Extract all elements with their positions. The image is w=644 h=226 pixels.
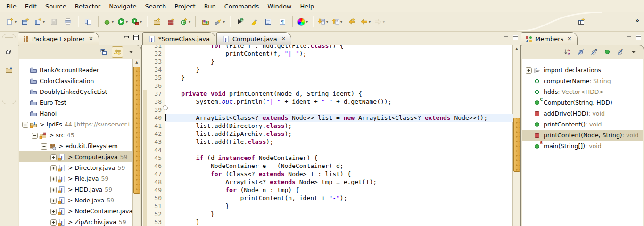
back-button[interactable]: ▾ (359, 16, 372, 28)
expand-icon[interactable] (50, 154, 56, 160)
menu-run[interactable]: Run (200, 1, 220, 12)
member-item[interactable]: Smain(String[]) : void (522, 141, 643, 151)
menu-search[interactable]: Search (141, 1, 171, 12)
tree-item[interactable]: BankAccountReader (19, 65, 133, 75)
restore-views-icon[interactable] (5, 48, 13, 56)
new-window-wizard-button[interactable] (19, 16, 32, 28)
view-menu-button[interactable] (628, 47, 639, 57)
hide-fields-button[interactable] (576, 47, 586, 57)
import-folder-icon[interactable] (5, 66, 13, 74)
close-icon[interactable]: ✕ (281, 36, 286, 42)
editor-scrollbar[interactable]: ▲ (512, 45, 520, 226)
expand-icon[interactable] (50, 186, 56, 193)
run-external-button[interactable]: ▾ (131, 16, 143, 28)
dropdown-chevron-icon[interactable]: ▾ (15, 20, 17, 24)
forward-button[interactable]: ▾ (373, 16, 386, 28)
close-icon[interactable]: ✕ (89, 36, 93, 42)
dropdown-chevron-icon[interactable]: ▾ (112, 20, 114, 24)
minimize-icon[interactable] (626, 34, 632, 41)
member-item[interactable]: import declarations (522, 65, 643, 75)
tree-item[interactable]: Euro-Test (19, 97, 133, 108)
menu-navigate[interactable]: Navigate (105, 1, 140, 12)
tree-item[interactable]: J> NodeContainer.java59 (19, 206, 133, 217)
dropdown-chevron-icon[interactable]: ▾ (340, 20, 342, 24)
package-explorer-tab[interactable]: Package Explorer ✕ (18, 32, 99, 45)
maximize-icon[interactable] (636, 34, 642, 41)
dropdown-chevron-icon[interactable]: ▾ (140, 20, 142, 24)
expand-icon[interactable] (50, 219, 56, 225)
menu-window[interactable]: Window (263, 1, 296, 12)
dropdown-chevron-icon[interactable]: ▾ (223, 20, 225, 24)
prev-annotation-button[interactable]: ▾ (331, 16, 343, 28)
run-button[interactable]: ▾ (116, 16, 129, 28)
color-wheel-button[interactable]: ▾ (297, 16, 309, 28)
show-selected-element-button[interactable] (262, 16, 274, 28)
tree-item[interactable]: J> IpdFs44[https://svnserver.i (19, 119, 133, 130)
member-item[interactable]: hdds : Vector<HDD> (522, 86, 643, 97)
menu-file[interactable]: File (2, 1, 21, 12)
minimize-icon[interactable] (124, 34, 130, 41)
scroll-up-icon[interactable]: ▲ (513, 45, 520, 52)
new-wizard-button[interactable]: ▾ (5, 16, 17, 28)
dropdown-chevron-icon[interactable]: ▾ (369, 20, 371, 24)
expand-icon[interactable] (50, 208, 56, 214)
copy-docs-button[interactable] (82, 16, 94, 28)
debug-button[interactable]: ▾ (102, 16, 115, 28)
show-public-button[interactable] (602, 47, 612, 57)
collapse-icon[interactable] (41, 143, 47, 149)
toolbar-overflow-chevron[interactable]: » (635, 17, 639, 24)
dropdown-chevron-icon[interactable]: ▾ (383, 20, 385, 24)
mark-occurrences-button[interactable] (248, 16, 260, 28)
expand-icon[interactable] (50, 176, 56, 182)
dropdown-chevron-icon[interactable]: ▾ (126, 20, 128, 24)
view-menu-button[interactable] (126, 47, 136, 57)
scrollbar-thumb[interactable] (513, 118, 520, 172)
fast-view-handle[interactable] (5, 37, 13, 38)
minimize-icon[interactable] (503, 34, 509, 41)
expand-icon[interactable] (50, 197, 56, 203)
new-view-wizard-button[interactable]: ▾ (33, 16, 46, 28)
sort-button[interactable]: az (562, 47, 573, 57)
dropdown-chevron-icon[interactable]: ▾ (306, 20, 308, 24)
expand-icon[interactable] (525, 67, 531, 73)
open-perspective-button[interactable] (575, 16, 587, 28)
menu-source[interactable]: Source (41, 1, 71, 12)
close-icon[interactable]: ✕ (567, 36, 571, 42)
next-annotation-button[interactable]: ▾ (317, 16, 329, 28)
link-with-editor-button[interactable] (112, 46, 123, 58)
member-item[interactable]: printContent(Node, String) : void (522, 130, 643, 141)
dropdown-chevron-icon[interactable]: ▾ (43, 20, 45, 24)
collapse-icon[interactable] (31, 132, 37, 138)
editor-tab[interactable]: JComputer.java✕ (216, 32, 291, 45)
new-class-button[interactable]: C▾ (179, 16, 191, 28)
maximize-icon[interactable] (133, 34, 139, 41)
menu-refactor[interactable]: Refactor (71, 1, 105, 12)
scrollbar-thumb[interactable] (133, 67, 140, 194)
dropdown-chevron-icon[interactable]: ▾ (326, 20, 328, 24)
new-java-project-button[interactable] (151, 16, 163, 28)
show-whitespace-button[interactable]: ¶ (276, 16, 289, 28)
search-button[interactable]: ▾ (214, 16, 226, 28)
last-edit-location-button[interactable] (345, 16, 357, 28)
expand-icon[interactable] (50, 165, 56, 171)
tree-item[interactable]: J> HDD.java59 (19, 184, 133, 195)
save-button[interactable] (48, 16, 60, 28)
run-last-tool-button[interactable]: C (234, 16, 246, 28)
tree-item[interactable]: Hanoi (19, 108, 133, 119)
tree-item[interactable]: > src45 (19, 130, 133, 141)
package-tree-scrollbar[interactable]: ▲ (132, 59, 140, 226)
scroll-up-icon[interactable]: ▲ (133, 59, 140, 66)
hide-local-types-button[interactable]: L (615, 47, 626, 57)
print-button[interactable] (62, 16, 74, 28)
member-item[interactable]: CComputer(String, HDD) (522, 97, 643, 108)
maximize-icon[interactable] (512, 34, 519, 41)
menu-project[interactable]: Project (170, 1, 200, 12)
menu-commands[interactable]: Commands (220, 1, 264, 12)
menu-edit[interactable]: Edit (21, 1, 41, 12)
collapse-icon[interactable] (22, 121, 28, 127)
dropdown-chevron-icon[interactable]: ▾ (189, 20, 190, 24)
tree-item[interactable]: > edu.kit.filesystem (19, 141, 133, 151)
tree-item[interactable]: J> Directory.java59 (19, 162, 133, 173)
member-item[interactable]: computerName : String (522, 75, 643, 86)
tree-item[interactable]: J> Computer.java59 (19, 151, 133, 162)
